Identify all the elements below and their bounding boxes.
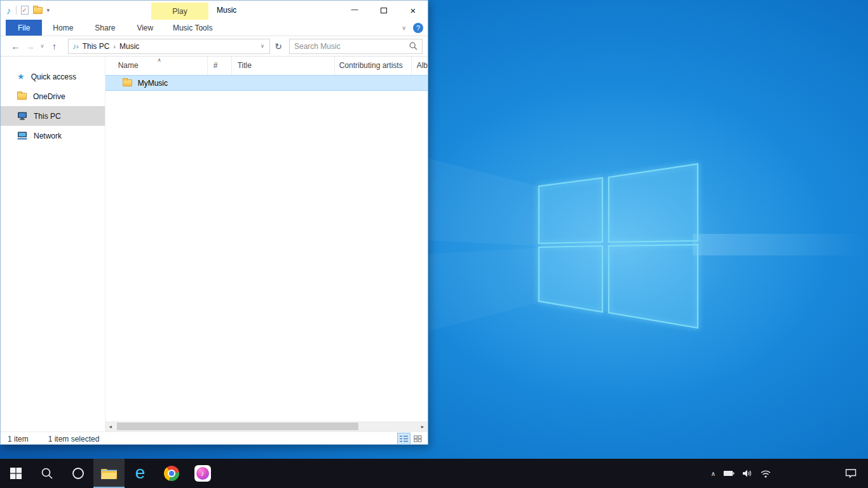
sidebar-item-network[interactable]: Network xyxy=(1,126,105,146)
close-button[interactable]: × xyxy=(398,1,428,20)
address-dropdown-icon[interactable]: ∨ xyxy=(257,43,268,49)
selected-count: 1 item selected xyxy=(48,435,100,444)
status-bar: 1 item 1 item selected xyxy=(1,431,428,445)
help-icon[interactable]: ? xyxy=(413,23,423,33)
column-label: Contributing artists xyxy=(339,61,403,70)
thumbnails-view-icon xyxy=(414,435,422,442)
sidebar-item-label: OneDrive xyxy=(33,92,65,101)
scroll-left-icon[interactable]: ◄ xyxy=(105,424,116,429)
column-header-album[interactable]: Alb xyxy=(412,57,428,75)
address-bar[interactable]: ♪ › This PC › Music ∨ xyxy=(68,39,270,54)
minimize-icon: — xyxy=(351,5,358,13)
network-icon xyxy=(17,132,27,140)
sidebar-item-this-pc[interactable]: This PC xyxy=(1,106,105,126)
navigation-bar: ← → ∨ ↑ ♪ › This PC › Music ∨ ↻ xyxy=(1,36,428,57)
computer-icon xyxy=(17,112,27,120)
sidebar-item-quick-access[interactable]: ★ Quick access xyxy=(1,67,105,86)
action-center-button[interactable] xyxy=(845,459,857,488)
horizontal-scrollbar[interactable]: ◄ ► xyxy=(105,421,428,431)
taskbar: e ♪ ∧ xyxy=(0,459,868,488)
column-header-contributing-artists[interactable]: Contributing artists xyxy=(335,57,412,75)
maximize-icon xyxy=(381,8,387,13)
onedrive-folder-icon xyxy=(17,93,27,100)
taskbar-search-button[interactable] xyxy=(31,459,62,488)
file-name: MyMusic xyxy=(138,79,168,88)
folder-icon xyxy=(123,79,132,86)
scrollbar-thumb[interactable] xyxy=(117,423,358,430)
search-icon xyxy=(41,467,53,480)
tab-home[interactable]: Home xyxy=(42,20,84,36)
tab-music-tools[interactable]: Music Tools xyxy=(164,20,221,36)
taskbar-internet-explorer-button[interactable]: e xyxy=(125,459,156,488)
back-button[interactable]: ← xyxy=(8,41,23,51)
column-header-title[interactable]: Title xyxy=(232,57,335,75)
view-toggles xyxy=(398,433,424,444)
taskbar-chrome-button[interactable] xyxy=(156,459,187,488)
star-icon: ★ xyxy=(17,72,25,81)
details-view-icon xyxy=(400,435,408,442)
details-view-button[interactable] xyxy=(398,433,410,444)
volume-icon[interactable] xyxy=(742,469,752,478)
window-content: ★ Quick access OneDrive This PC xyxy=(1,57,428,431)
ribbon-tabs: File Home Share View Music Tools ∨ ? xyxy=(1,20,428,36)
sidebar-item-onedrive[interactable]: OneDrive xyxy=(1,86,105,106)
column-label: Alb xyxy=(417,61,428,70)
column-label: Title xyxy=(238,61,252,70)
tab-file[interactable]: File xyxy=(6,20,42,36)
maximize-button[interactable] xyxy=(369,1,398,20)
explorer-window: ♪ ✓ ▾ Play Music — × File Home Share Vie… xyxy=(0,0,428,445)
windows-start-icon xyxy=(10,467,22,480)
taskbar-file-explorer-button[interactable] xyxy=(93,459,125,488)
file-row-mymusic[interactable]: MyMusic xyxy=(105,75,428,91)
properties-icon[interactable]: ✓ xyxy=(21,6,29,15)
window-title: Music xyxy=(217,1,236,20)
minimize-button[interactable]: — xyxy=(340,1,369,20)
search-box xyxy=(289,39,423,54)
item-count: 1 item xyxy=(8,435,29,444)
cortana-button[interactable] xyxy=(62,459,93,488)
contextual-group-play[interactable]: Play xyxy=(151,3,208,20)
itunes-icon: ♪ xyxy=(194,465,211,482)
refresh-icon[interactable]: ↻ xyxy=(271,41,285,51)
navigation-pane: ★ Quick access OneDrive This PC xyxy=(1,57,105,431)
sidebar-item-label: Quick access xyxy=(31,72,76,81)
toolbar-divider xyxy=(16,6,17,15)
internet-explorer-icon: e xyxy=(135,464,146,482)
taskbar-itunes-button[interactable]: ♪ xyxy=(187,459,218,488)
start-button[interactable] xyxy=(0,459,31,488)
column-headers: ∧ Name # Title Contributing artists Alb xyxy=(105,57,428,75)
breadcrumb-this-pc[interactable]: This PC xyxy=(79,42,114,51)
search-icon[interactable] xyxy=(409,42,417,50)
sort-ascending-icon: ∧ xyxy=(158,57,161,69)
column-label: Name xyxy=(118,61,139,70)
tray-expand-icon[interactable]: ∧ xyxy=(711,470,715,477)
file-explorer-icon xyxy=(100,467,118,480)
recent-locations-icon[interactable]: ∨ xyxy=(37,43,47,49)
chrome-icon xyxy=(164,466,179,481)
column-header-number[interactable]: # xyxy=(208,57,232,75)
scroll-right-icon[interactable]: ► xyxy=(417,424,428,429)
ribbon-controls: ∨ ? xyxy=(402,20,423,36)
new-folder-icon[interactable] xyxy=(33,7,43,14)
itunes-note-icon: ♪ xyxy=(196,467,209,480)
forward-button[interactable]: → xyxy=(23,41,37,51)
expand-ribbon-icon[interactable]: ∨ xyxy=(402,25,406,31)
music-note-icon: ♪ xyxy=(6,6,11,15)
column-header-name[interactable]: ∧ Name xyxy=(105,57,208,75)
battery-icon[interactable] xyxy=(723,470,735,477)
sidebar-item-label: Network xyxy=(34,132,62,140)
breadcrumb-music[interactable]: Music xyxy=(116,42,143,51)
column-label: # xyxy=(214,61,218,70)
titlebar: ♪ ✓ ▾ Play Music — × xyxy=(1,1,428,20)
thumbnails-view-button[interactable] xyxy=(412,433,424,444)
cortana-icon xyxy=(71,466,85,480)
tab-share[interactable]: Share xyxy=(84,20,126,36)
network-wifi-icon[interactable] xyxy=(760,469,771,478)
customize-toolbar-icon[interactable]: ▾ xyxy=(47,7,50,13)
close-icon: × xyxy=(410,5,416,16)
search-input[interactable] xyxy=(294,42,409,51)
tab-view[interactable]: View xyxy=(126,20,164,36)
up-button[interactable]: ↑ xyxy=(47,41,62,51)
action-center-icon xyxy=(845,468,857,478)
sidebar-item-label: This PC xyxy=(34,112,61,121)
